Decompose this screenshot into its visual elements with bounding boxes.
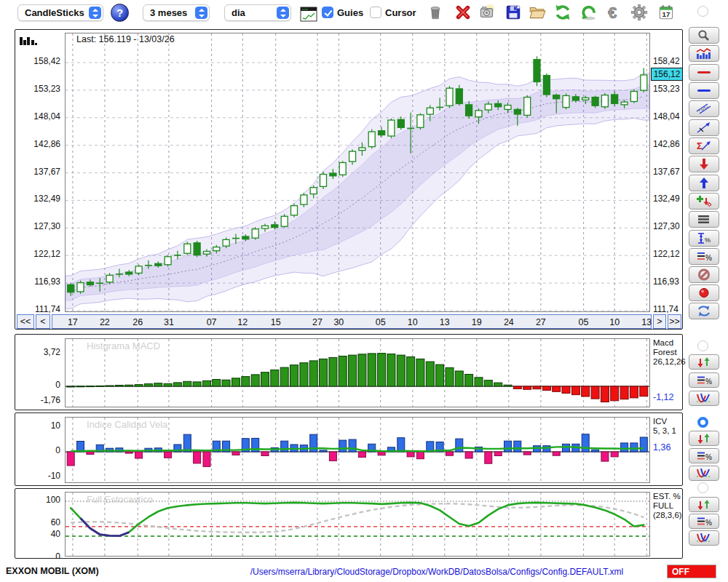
icv-radio[interactable] bbox=[697, 417, 708, 428]
euro-button[interactable]: € bbox=[604, 3, 625, 23]
tick: 153,23 bbox=[15, 84, 60, 94]
mini-chart-button[interactable]: n,nn bbox=[298, 5, 319, 25]
icv-plot[interactable] bbox=[65, 417, 650, 483]
icv-percent-button[interactable]: % bbox=[689, 448, 719, 463]
rtick: 132,49 bbox=[653, 194, 680, 204]
tick: 137,67 bbox=[15, 167, 60, 177]
lines-percent-icon: % bbox=[696, 250, 712, 263]
last-price-label: Last: 156.119 - 13/03/26 bbox=[76, 34, 175, 44]
save-button[interactable] bbox=[503, 3, 523, 23]
channel-icon bbox=[696, 103, 712, 115]
tick: 0 bbox=[15, 445, 60, 455]
timeframe-select[interactable]: dia bbox=[224, 4, 291, 21]
price-chart-tool-button[interactable] bbox=[689, 45, 719, 62]
delete-button[interactable] bbox=[453, 3, 473, 23]
datelbl: 10 bbox=[609, 316, 620, 329]
icv-svg bbox=[66, 418, 649, 484]
tick: 122,12 bbox=[15, 249, 60, 259]
macd-curves-button[interactable] bbox=[689, 391, 719, 406]
trend-line-icon bbox=[696, 121, 712, 134]
stochastic-plot[interactable] bbox=[65, 492, 650, 557]
nav-prev-button[interactable]: < bbox=[36, 314, 50, 329]
trend-line-tool-button[interactable] bbox=[689, 119, 719, 136]
stochastic-svg bbox=[66, 493, 649, 557]
rtick: 148,04 bbox=[653, 111, 680, 121]
macd-svg bbox=[66, 339, 649, 407]
toolbar-radio[interactable] bbox=[697, 6, 708, 17]
datelbl: 12 bbox=[237, 316, 248, 329]
lines-percent-icon: % bbox=[696, 375, 712, 386]
channel-tool-button[interactable] bbox=[689, 100, 719, 117]
price-chart-icon bbox=[696, 47, 712, 60]
lines-percent-tool-button[interactable]: % bbox=[689, 248, 719, 265]
svg-text:%: % bbox=[705, 519, 712, 527]
sync-tool-button[interactable] bbox=[689, 303, 719, 319]
macd-value: -1,12 bbox=[653, 392, 674, 402]
svg-text:%: % bbox=[705, 453, 712, 461]
curves-icon bbox=[696, 393, 712, 404]
nav-last-button[interactable]: >> bbox=[668, 314, 681, 329]
settings-button[interactable] bbox=[629, 3, 649, 23]
status-bar: EXXON MOBIL (XOM) /Users/mserra/Library/… bbox=[0, 559, 728, 582]
macd-plot[interactable] bbox=[65, 338, 650, 407]
open-button[interactable] bbox=[527, 3, 547, 23]
macd-panel: Histgrama MACD Macd Forest 26,12,26 -1,1… bbox=[15, 334, 683, 410]
datelbl: 27 bbox=[312, 316, 323, 329]
datelbl: 10 bbox=[408, 316, 418, 329]
levels-list-tool-button[interactable] bbox=[689, 211, 719, 228]
rtick: 122,12 bbox=[653, 249, 680, 259]
snapshot-button[interactable] bbox=[477, 3, 497, 23]
zoom-tool-button[interactable] bbox=[689, 27, 719, 44]
undo-button[interactable] bbox=[579, 3, 599, 23]
blue-line-tool-button[interactable] bbox=[689, 82, 719, 99]
range-select[interactable]: 3 meses bbox=[143, 4, 210, 21]
datelbl: 26 bbox=[132, 316, 143, 329]
icv-curves-button[interactable] bbox=[689, 466, 719, 481]
guies-checkbox[interactable] bbox=[322, 7, 333, 18]
trash-button[interactable] bbox=[425, 3, 446, 23]
help-button[interactable]: ? bbox=[111, 4, 129, 22]
price-plot[interactable] bbox=[65, 33, 650, 312]
svg-text:n,nn: n,nn bbox=[302, 7, 308, 11]
red-down-arrow-icon bbox=[696, 158, 712, 170]
calendar-button[interactable]: 17 bbox=[656, 3, 676, 23]
camera-icon bbox=[478, 3, 496, 22]
record-dot-icon bbox=[696, 287, 712, 299]
red-x-icon bbox=[454, 3, 472, 22]
arrow-down-tool-button[interactable] bbox=[689, 156, 719, 172]
datelbl: 31 bbox=[164, 316, 174, 329]
add-signal-tool-button[interactable] bbox=[689, 193, 719, 210]
stochastic-radio[interactable] bbox=[697, 482, 708, 493]
rtick: 111,74 bbox=[653, 304, 678, 314]
arrow-up-tool-button[interactable] bbox=[689, 175, 719, 191]
cursor-label: Cursor bbox=[385, 7, 416, 18]
range-value: 3 meses bbox=[143, 7, 195, 18]
macd-radio[interactable] bbox=[697, 340, 708, 351]
stochastic-arrows-button[interactable] bbox=[689, 497, 719, 512]
sigma-trend-tool-button[interactable]: Σ bbox=[689, 137, 719, 154]
main-chart-panel: Last: 156.119 - 13/03/26 156,12 << < 172… bbox=[15, 29, 683, 330]
current-price-tag: 156,12 bbox=[651, 68, 683, 81]
red-line-tool-button[interactable] bbox=[689, 64, 719, 81]
chart-type-select[interactable]: CandleSticks bbox=[17, 4, 103, 21]
record-tool-button[interactable] bbox=[689, 284, 719, 301]
nav-next-button[interactable]: > bbox=[653, 314, 666, 329]
rtick: 158,42 bbox=[653, 56, 680, 66]
stochastic-percent-button[interactable]: % bbox=[689, 514, 719, 529]
datelbl: 13 bbox=[440, 316, 450, 329]
datelbl: 15 bbox=[271, 316, 281, 329]
refresh-button[interactable] bbox=[553, 3, 573, 23]
tick: -10 bbox=[15, 471, 60, 481]
up-down-arrows-icon bbox=[696, 499, 712, 511]
floppy-disk-icon bbox=[504, 3, 523, 22]
macd-percent-button[interactable]: % bbox=[689, 372, 719, 388]
off-button[interactable]: OFF bbox=[667, 565, 716, 578]
cursor-checkbox[interactable] bbox=[370, 7, 381, 18]
tick: -1,76 bbox=[15, 395, 60, 405]
disable-tool-button[interactable] bbox=[689, 266, 719, 283]
macd-arrows-button[interactable] bbox=[689, 354, 719, 370]
vertical-percent-tool-button[interactable]: % bbox=[689, 230, 719, 247]
stochastic-curves-button[interactable] bbox=[689, 530, 719, 546]
icv-arrows-button[interactable] bbox=[689, 431, 719, 446]
nav-first-button[interactable]: << bbox=[17, 314, 34, 329]
